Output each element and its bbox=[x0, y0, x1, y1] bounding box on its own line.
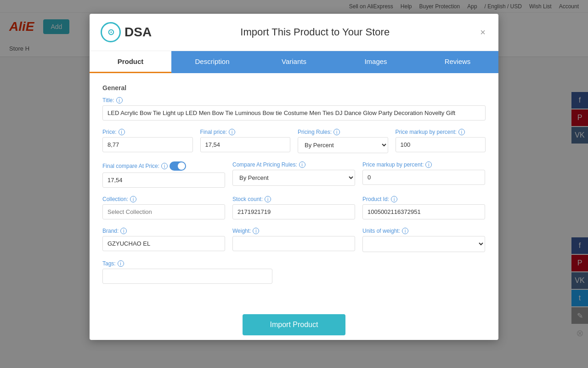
brand-row: Brand: i Weight: i Units of weight: i bbox=[102, 228, 486, 260]
tags-group: Tags: i bbox=[102, 260, 272, 284]
final-compare-input[interactable] bbox=[102, 172, 225, 188]
brand-label: Brand: i bbox=[102, 228, 225, 234]
compare-pricing-info-icon[interactable]: i bbox=[299, 161, 305, 168]
tags-info-icon[interactable]: i bbox=[118, 260, 124, 267]
final-price-group: Final price: i bbox=[200, 129, 291, 153]
title-field-group: Title: i bbox=[102, 97, 486, 121]
stock-label: Stock count: i bbox=[232, 196, 355, 202]
compare-markup-group: Price markup by percent: i bbox=[362, 161, 485, 188]
final-price-input[interactable] bbox=[200, 137, 291, 152]
weight-group: Weight: i bbox=[232, 228, 355, 252]
brand-info-icon[interactable]: i bbox=[120, 228, 127, 234]
compare-markup-info-icon[interactable]: i bbox=[425, 161, 432, 168]
import-product-button[interactable]: Import Product bbox=[243, 314, 346, 335]
collection-row: Collection: i Stock count: i Product Id: bbox=[102, 196, 486, 228]
modal-overlay: ⊙ DSA Import This Product to Your Store … bbox=[0, 0, 588, 368]
markup-label: Price markup by percent: i bbox=[396, 129, 486, 135]
final-price-label: Final price: i bbox=[200, 129, 291, 135]
import-button-wrapper: Import Product bbox=[90, 303, 498, 340]
final-price-info-icon[interactable]: i bbox=[229, 129, 235, 135]
modal-close-button[interactable]: × bbox=[478, 27, 487, 38]
logo-circle: ⊙ bbox=[101, 22, 121, 42]
collection-input[interactable] bbox=[102, 204, 225, 219]
general-section-label: General bbox=[102, 84, 486, 92]
units-select[interactable]: kg lb oz g bbox=[362, 236, 485, 252]
compare-markup-label: Price markup by percent: i bbox=[362, 161, 485, 168]
markup-input[interactable] bbox=[396, 137, 486, 152]
compare-markup-input[interactable] bbox=[362, 170, 485, 185]
price-label: Price: i bbox=[102, 129, 193, 135]
tags-input[interactable] bbox=[102, 269, 272, 284]
title-info-icon[interactable]: i bbox=[116, 97, 123, 104]
title-input[interactable] bbox=[102, 105, 486, 121]
compare-row: Final compare At Price: i Compare At Pri… bbox=[102, 161, 486, 196]
final-compare-toggle[interactable] bbox=[170, 161, 186, 171]
stock-input[interactable] bbox=[232, 204, 355, 219]
product-id-info-icon[interactable]: i bbox=[391, 196, 397, 202]
tab-product[interactable]: Product bbox=[90, 51, 171, 73]
product-id-input[interactable] bbox=[362, 204, 485, 219]
price-info-icon[interactable]: i bbox=[119, 129, 125, 135]
price-group: Price: i bbox=[102, 129, 193, 153]
price-row: Price: i Final price: i Pricing Rules: bbox=[102, 129, 486, 161]
collection-info-icon[interactable]: i bbox=[130, 196, 136, 202]
product-id-label: Product Id: i bbox=[362, 196, 485, 202]
weight-info-icon[interactable]: i bbox=[253, 228, 259, 234]
final-compare-info-icon[interactable]: i bbox=[161, 163, 168, 169]
modal-tabs: Product Description Variants Images Revi… bbox=[90, 51, 498, 73]
pricing-rules-label: Pricing Rules: i bbox=[298, 129, 388, 135]
stock-info-icon[interactable]: i bbox=[265, 196, 271, 202]
tab-reviews[interactable]: Reviews bbox=[417, 51, 498, 73]
brand-group: Brand: i bbox=[102, 228, 225, 252]
compare-pricing-group: Compare At Pricing Rules: i By Percent F… bbox=[232, 161, 355, 188]
price-input[interactable] bbox=[102, 137, 193, 152]
collection-label: Collection: i bbox=[102, 196, 225, 202]
modal-body: General Title: i Price: i bbox=[90, 73, 498, 303]
product-id-group: Product Id: i bbox=[362, 196, 485, 219]
logo-text: DSA bbox=[124, 25, 152, 40]
brand-input[interactable] bbox=[102, 236, 225, 251]
collection-group: Collection: i bbox=[102, 196, 225, 219]
units-info-icon[interactable]: i bbox=[402, 228, 408, 234]
final-compare-label: Final compare At Price: i bbox=[102, 161, 225, 171]
modal-header: ⊙ DSA Import This Product to Your Store … bbox=[90, 14, 498, 51]
units-label: Units of weight: i bbox=[362, 228, 485, 234]
tags-label: Tags: i bbox=[102, 260, 272, 267]
tab-images[interactable]: Images bbox=[335, 51, 417, 73]
tab-description[interactable]: Description bbox=[171, 51, 253, 73]
pricing-rules-group: Pricing Rules: i By Percent Fixed Amount… bbox=[298, 129, 388, 153]
weight-input[interactable] bbox=[232, 236, 355, 251]
title-label: Title: i bbox=[102, 97, 486, 104]
modal-logo: ⊙ DSA bbox=[101, 22, 152, 42]
units-group: Units of weight: i kg lb oz g bbox=[362, 228, 485, 252]
compare-pricing-label: Compare At Pricing Rules: i bbox=[232, 161, 355, 168]
tab-variants[interactable]: Variants bbox=[253, 51, 335, 73]
import-product-modal: ⊙ DSA Import This Product to Your Store … bbox=[90, 14, 498, 340]
pricing-rules-info-icon[interactable]: i bbox=[334, 129, 340, 135]
markup-group: Price markup by percent: i bbox=[396, 129, 486, 153]
markup-info-icon[interactable]: i bbox=[458, 129, 465, 135]
compare-pricing-select[interactable]: By Percent Fixed Amount Custom bbox=[232, 170, 355, 186]
final-compare-group: Final compare At Price: i bbox=[102, 161, 225, 188]
pricing-rules-select[interactable]: By Percent Fixed Amount Custom bbox=[298, 137, 388, 153]
stock-group: Stock count: i bbox=[232, 196, 355, 219]
weight-label: Weight: i bbox=[232, 228, 355, 234]
modal-title: Import This Product to Your Store bbox=[152, 26, 478, 38]
